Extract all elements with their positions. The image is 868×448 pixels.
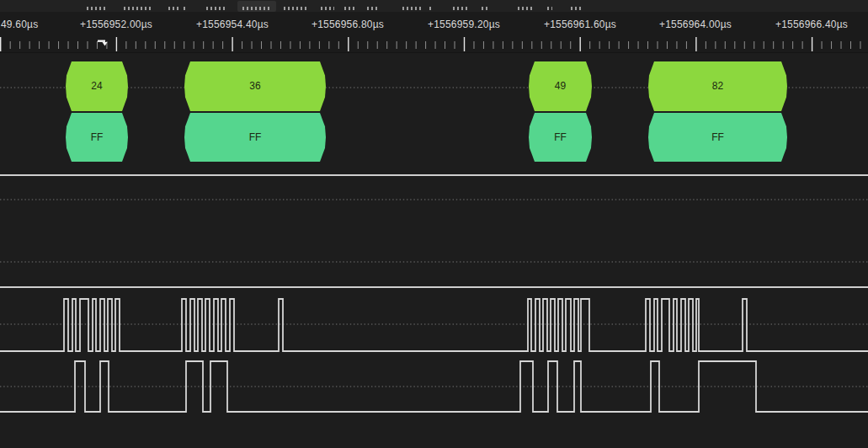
toolbar-text-fragment bbox=[344, 7, 354, 10]
decoder-value-block[interactable]: 49 bbox=[529, 61, 592, 111]
toolbar-text-fragment bbox=[482, 7, 488, 10]
toolbar-text-fragment bbox=[518, 7, 535, 10]
toolbar-text-fragment bbox=[321, 7, 334, 10]
toolbar-text-fragment bbox=[206, 7, 227, 10]
decoder-value-block[interactable]: 24 bbox=[66, 61, 128, 111]
decoder-ff-block[interactable]: FF bbox=[184, 113, 326, 162]
channel-2-trace bbox=[0, 361, 868, 412]
toolbar-text-fragment bbox=[184, 7, 188, 10]
toolbar-text-fragment bbox=[429, 7, 434, 10]
ruler-cursor-marker[interactable] bbox=[98, 40, 108, 46]
toolbar-text-fragment bbox=[168, 7, 180, 10]
decoder-ff-block[interactable]: FF bbox=[648, 113, 787, 162]
decoder-ff-block[interactable]: FF bbox=[529, 113, 592, 162]
decoder-value-block[interactable]: 36 bbox=[184, 61, 326, 111]
ruler-ticks bbox=[0, 12, 868, 52]
toolbar-text-fragment bbox=[367, 7, 379, 10]
toolbar-text-fragment bbox=[547, 7, 552, 10]
channel-1-trace bbox=[0, 299, 868, 351]
toolbar-text-fragment bbox=[571, 7, 583, 10]
toolbar-text-fragment bbox=[453, 7, 468, 10]
toolbar-text-fragment bbox=[242, 7, 269, 10]
toolbar-clipped-strip bbox=[0, 0, 868, 12]
decoder-block-group: 49FF bbox=[529, 61, 592, 162]
decoder-annotation-layer: 24FF36FF49FF82FF bbox=[0, 52, 868, 174]
toolbar-text-fragment bbox=[87, 7, 105, 10]
decoder-value-block[interactable]: 82 bbox=[648, 61, 787, 111]
tick-marks bbox=[1, 37, 860, 51]
decoder-block-group: 24FF bbox=[66, 61, 128, 162]
toolbar-text-fragment bbox=[124, 7, 152, 10]
logic-analyzer-screen: 49.60µs+1556952.00µs+1556954.40µs+155695… bbox=[0, 0, 868, 448]
decoder-block-group: 36FF bbox=[184, 61, 326, 162]
decoder-block-group: 82FF bbox=[648, 61, 787, 162]
time-ruler[interactable]: 49.60µs+1556952.00µs+1556954.40µs+155695… bbox=[0, 12, 868, 53]
toolbar-text-fragment bbox=[284, 7, 309, 10]
decoder-ff-block[interactable]: FF bbox=[66, 113, 128, 162]
toolbar-text-fragment bbox=[402, 7, 421, 10]
